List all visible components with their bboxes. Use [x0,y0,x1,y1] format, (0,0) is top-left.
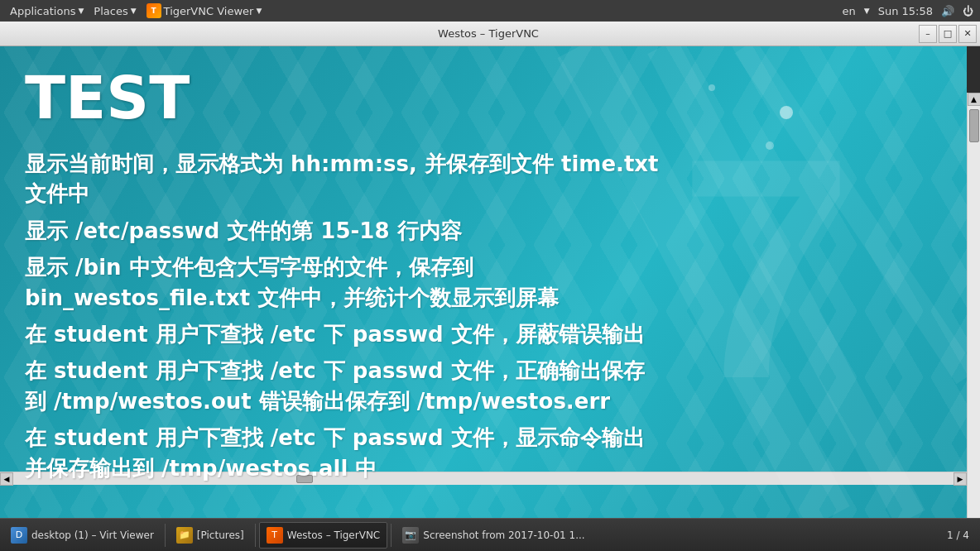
slide-title: TEST [25,63,942,132]
locale-arrow: ▼ [864,7,870,15]
system-bar-right: en ▼ Sun 15:58 🔊 ⏻ [843,5,974,17]
taskbar-item-vnc[interactable]: T Westos – TigerVNC [259,522,388,549]
clock: Sun 15:58 [878,5,933,17]
pictures-icon: 📁 [176,527,193,544]
applications-label: Applications [10,5,75,17]
applications-menu[interactable]: Applications ▼ [7,3,87,19]
vnc-content: 7 TEST 显示当前时间，显示格式为 hh:mm:ss, 并保存到文件 tim… [0,46,967,518]
tigervnc-menu[interactable]: T TigerVNC Viewer ▼ [143,2,266,20]
vertical-scrollbar[interactable]: ▲ ▼ [967,93,980,551]
volume-icon[interactable]: 🔊 [941,5,954,17]
taskbar-vnc-label: Westos – TigerVNC [287,529,381,541]
task-line-3: 显示 /bin 中文件包含大写字母的文件，保存到 bin_westos_file… [25,252,942,313]
screenshot-icon: 📷 [402,527,419,544]
taskbar-divider-3 [391,524,392,547]
task-line-6: 在 student 用户下查找 /etc 下 passwd 文件，显示命令输出 … [25,423,942,483]
taskbar-screenshot-label: Screenshot from 2017-10-01 1... [423,529,584,541]
system-bar: Applications ▼ Places ▼ T TigerVNC Viewe… [0,0,980,22]
tigervnc-arrow: ▼ [256,7,262,15]
task-line-1: 显示当前时间，显示格式为 hh:mm:ss, 并保存到文件 time.txt 文… [25,149,942,209]
taskbar-vnc-icon: T [267,527,283,544]
taskbar-divider-2 [255,524,256,547]
scroll-thumb[interactable] [969,109,979,142]
window-controls: – □ ✕ [919,25,980,43]
window-chrome: Westos – TigerVNC – □ ✕ [0,22,980,46]
window-title: Westos – TigerVNC [58,27,919,40]
page-wrapper: Applications ▼ Places ▼ T TigerVNC Viewe… [0,0,980,551]
maximize-button[interactable]: □ [939,25,957,43]
places-arrow: ▼ [131,7,137,15]
taskbar-desktop-label: desktop (1) – Virt Viewer [31,529,154,541]
task-line-2: 显示 /etc/passwd 文件的第 15-18 行内容 [25,216,942,246]
taskbar: D desktop (1) – Virt Viewer 📁 [Pictures]… [0,518,980,551]
tigervnc-label: TigerVNC Viewer [164,5,254,17]
task-line-5: 在 student 用户下查找 /etc 下 passwd 文件，正确输出保存 … [25,356,942,416]
taskbar-item-desktop[interactable]: D desktop (1) – Virt Viewer [3,522,161,549]
applications-arrow: ▼ [78,7,84,15]
vnc-viewport: 7 TEST 显示当前时间，显示格式为 hh:mm:ss, 并保存到文件 tim… [0,46,980,518]
task-line-4: 在 student 用户下查找 /etc 下 passwd 文件，屏蔽错误输出 [25,319,942,349]
locale-indicator: en [843,5,856,17]
taskbar-item-pictures[interactable]: 📁 [Pictures] [169,522,252,549]
page-indicator: 1 / 4 [939,522,977,549]
scroll-up-button[interactable]: ▲ [968,93,981,106]
places-menu[interactable]: Places ▼ [90,3,139,19]
system-bar-left: Applications ▼ Places ▼ T TigerVNC Viewe… [7,2,265,20]
desktop-icon: D [11,527,27,544]
power-icon[interactable]: ⏻ [963,5,973,17]
taskbar-pictures-label: [Pictures] [197,529,244,541]
places-label: Places [94,5,127,17]
taskbar-item-screenshot[interactable]: 📷 Screenshot from 2017-10-01 1... [395,522,592,549]
close-button[interactable]: ✕ [958,25,977,43]
minimize-button[interactable]: – [919,25,937,43]
taskbar-divider-1 [165,524,166,547]
slide-content: TEST 显示当前时间，显示格式为 hh:mm:ss, 并保存到文件 time.… [0,46,967,506]
tigervnc-icon: T [147,3,161,18]
